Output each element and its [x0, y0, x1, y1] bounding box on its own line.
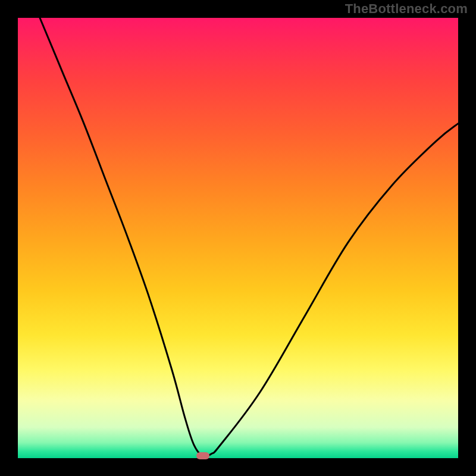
chart-frame: TheBottleneck.com — [0, 0, 476, 476]
watermark-text: TheBottleneck.com — [345, 1, 468, 17]
plot-area — [18, 18, 458, 458]
minimum-marker — [196, 452, 209, 459]
bottleneck-curve — [18, 18, 458, 458]
